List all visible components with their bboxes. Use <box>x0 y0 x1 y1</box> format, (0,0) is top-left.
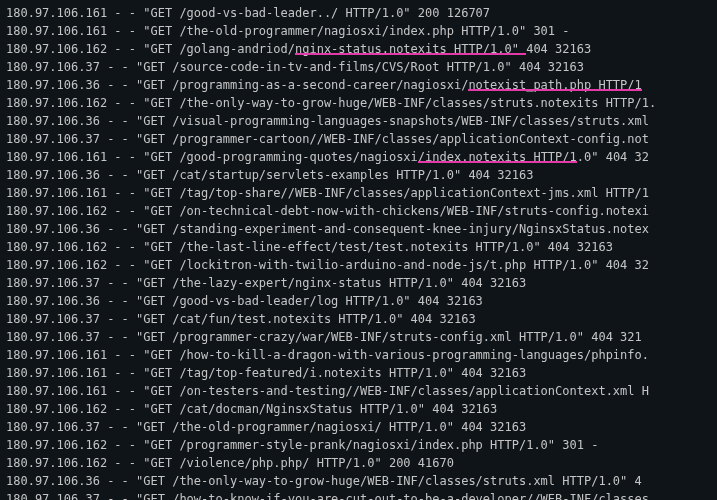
log-line-post: 404 32163 <box>526 42 591 56</box>
log-output: 180.97.106.161 - - "GET /good-vs-bad-lea… <box>6 4 711 500</box>
log-line: 180.97.106.161 - - "GET /the-old-program… <box>6 22 711 40</box>
log-line: 180.97.106.37 - - "GET /the-lazy-expert/… <box>6 274 711 292</box>
log-line: 180.97.106.161 - - "GET /tag/top-share//… <box>6 184 711 202</box>
log-line: 180.97.106.161 - - "GET /on-testers-and-… <box>6 382 711 400</box>
log-line: 180.97.106.162 - - "GET /the-last-line-e… <box>6 238 711 256</box>
log-line: 180.97.106.37 - - "GET /programmer-carto… <box>6 130 711 148</box>
log-line-pre: 180.97.106.36 - - "GET /programming-as-a… <box>6 78 468 92</box>
log-line: 180.97.106.36 - - "GET /programming-as-a… <box>6 76 711 94</box>
log-line: 180.97.106.36 - - "GET /the-only-way-to-… <box>6 472 711 490</box>
log-line-highlight: nginx-status.notexits HTTP/1.0" <box>295 42 526 56</box>
log-line: 180.97.106.162 - - "GET /the-only-way-to… <box>6 94 711 112</box>
log-line: 180.97.106.161 - - "GET /good-programmin… <box>6 148 711 166</box>
log-line: 180.97.106.37 - - "GET /how-to-know-if-y… <box>6 490 711 500</box>
log-line-post: .0" 404 32 <box>577 150 649 164</box>
log-line: 180.97.106.36 - - "GET /visual-programmi… <box>6 112 711 130</box>
log-line: 180.97.106.162 - - "GET /on-technical-de… <box>6 202 711 220</box>
log-line: 180.97.106.162 - - "GET /cat/docman/Ngin… <box>6 400 711 418</box>
log-line: 180.97.106.36 - - "GET /cat/startup/serv… <box>6 166 711 184</box>
log-line: 180.97.106.36 - - "GET /good-vs-bad-lead… <box>6 292 711 310</box>
log-line: 180.97.106.37 - - "GET /cat/fun/test.not… <box>6 310 711 328</box>
log-line: 180.97.106.161 - - "GET /how-to-kill-a-d… <box>6 346 711 364</box>
log-line: 180.97.106.162 - - "GET /golang-andriod/… <box>6 40 711 58</box>
log-line-highlight: notexist_path.php HTTP/1 <box>468 78 641 92</box>
log-line: 180.97.106.162 - - "GET /lockitron-with-… <box>6 256 711 274</box>
log-line: 180.97.106.37 - - "GET /source-code-in-t… <box>6 58 711 76</box>
log-line: 180.97.106.37 - - "GET /the-old-programm… <box>6 418 711 436</box>
log-line: 180.97.106.37 - - "GET /programmer-crazy… <box>6 328 711 346</box>
log-line-pre: 180.97.106.161 - - "GET /good-programmin… <box>6 150 418 164</box>
log-line: 180.97.106.161 - - "GET /tag/top-feature… <box>6 364 711 382</box>
log-line: 180.97.106.36 - - "GET /standing-experim… <box>6 220 711 238</box>
log-line: 180.97.106.162 - - "GET /programmer-styl… <box>6 436 711 454</box>
log-line: 180.97.106.162 - - "GET /violence/php.ph… <box>6 454 711 472</box>
log-line: 180.97.106.161 - - "GET /good-vs-bad-lea… <box>6 4 711 22</box>
log-line-pre: 180.97.106.162 - - "GET /golang-andriod/ <box>6 42 295 56</box>
log-line-highlight: /index.notexits HTTP/1 <box>418 150 577 164</box>
